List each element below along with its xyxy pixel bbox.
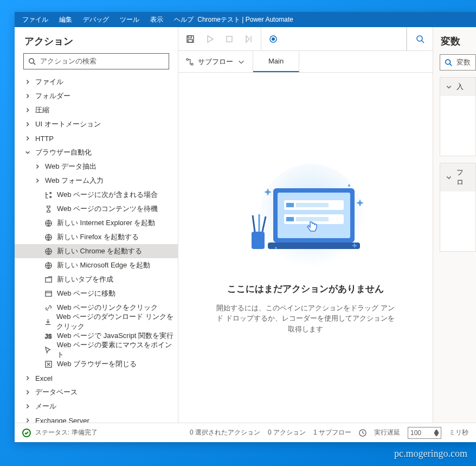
- tree-item-label: フォルダー: [35, 91, 70, 101]
- globe-icon: [44, 233, 53, 241]
- tab-icon: [44, 275, 53, 284]
- empty-title: ここにはまだアクションがありません: [227, 283, 384, 295]
- tree-item-label: ブラウザー自動化: [35, 148, 92, 157]
- io-variables-body: [440, 96, 475, 156]
- designer-pane: サブフロー Main: [178, 27, 433, 423]
- save-button[interactable]: [181, 29, 200, 49]
- tree-item[interactable]: Web ページの要素にマウスをポイント: [15, 343, 178, 357]
- actions-search-input[interactable]: アクションの検索: [23, 53, 169, 69]
- tree-item[interactable]: 新しい Internet Explorer を起動: [15, 216, 178, 230]
- chevron-right-icon: [24, 403, 31, 410]
- close-box-icon: [44, 360, 53, 368]
- variables-title: 変数: [440, 35, 476, 54]
- tree-item-label: Web ページの要素にマウスをポイント: [57, 340, 178, 360]
- svg-rect-8: [45, 277, 51, 282]
- tree-item[interactable]: メール: [15, 399, 178, 413]
- status-subflows: 1 サブフロー: [313, 428, 351, 437]
- tree-item[interactable]: 新しい Microsoft Edge を起動: [15, 258, 178, 272]
- svg-rect-34: [296, 203, 329, 207]
- tree-item[interactable]: 新しい Chrome を起動する: [15, 244, 178, 258]
- tree-item[interactable]: Excel: [15, 371, 178, 385]
- step-button[interactable]: [239, 29, 259, 49]
- tree-item[interactable]: 新しいタブを作成: [15, 272, 178, 286]
- run-button[interactable]: [200, 29, 220, 49]
- tree-item-label: Exchange Server: [35, 417, 89, 423]
- svg-point-44: [446, 60, 451, 65]
- menu-debug[interactable]: デバッグ: [78, 13, 114, 27]
- designer-canvas[interactable]: ここにはまだアクションがありません 開始するには、このペインにアクションをドラッ…: [178, 73, 433, 423]
- svg-marker-20: [246, 36, 249, 42]
- subflow-tabbar: サブフロー Main: [178, 51, 433, 73]
- svg-rect-38: [252, 232, 265, 249]
- tree-item[interactable]: Web フォーム入力: [15, 174, 178, 188]
- svg-rect-36: [286, 217, 294, 221]
- tab-main[interactable]: Main: [253, 51, 299, 72]
- svg-line-25: [422, 41, 424, 43]
- tree-item[interactable]: Web ページに移動: [15, 286, 178, 301]
- svg-line-1: [34, 63, 36, 65]
- search-icon: [445, 59, 452, 66]
- status-selected: 0 選択されたアクション: [190, 428, 260, 437]
- status-bar: ステータス: 準備完了 0 選択されたアクション 0 アクション 1 サブフロー…: [15, 423, 476, 442]
- actions-tree[interactable]: ファイルフォルダー圧縮UI オートメーションHTTPブラウザー自動化Web デー…: [15, 75, 178, 423]
- menu-help[interactable]: ヘルプ: [169, 13, 199, 27]
- menu-file[interactable]: ファイル: [17, 13, 54, 27]
- tree-item[interactable]: データベース: [15, 385, 178, 399]
- svg-marker-49: [434, 433, 439, 436]
- io-variables-header[interactable]: 入: [440, 78, 475, 96]
- tree-item[interactable]: 圧縮: [15, 103, 178, 117]
- subflow-dropdown[interactable]: サブフロー: [178, 51, 253, 72]
- tree-item-label: Web ブラウザーを閉じる: [57, 359, 137, 369]
- tree-item-label: 新しい Chrome を起動する: [57, 246, 142, 256]
- svg-marker-18: [208, 36, 213, 42]
- body: アクション アクションの検索 ファイルフォルダー圧縮UI オートメーションHTT…: [15, 27, 476, 423]
- globe-icon: [44, 261, 53, 270]
- chevron-right-icon: [34, 163, 41, 170]
- globe-icon: [44, 219, 53, 227]
- tree-item[interactable]: フォルダー: [15, 89, 178, 103]
- tree-item-label: Web ページのダウンロード リンクをクリック: [56, 312, 178, 331]
- tree-item-label: 新しい Firefox を起動する: [57, 232, 139, 242]
- stop-button[interactable]: [220, 29, 239, 49]
- tree-item-label: 圧縮: [35, 105, 49, 115]
- clock-icon: [359, 429, 366, 437]
- tree-item[interactable]: Exchange Server: [15, 413, 178, 423]
- designer-search-button[interactable]: [407, 27, 433, 50]
- delay-unit: ミリ秒: [449, 428, 468, 437]
- variables-search-input[interactable]: 変数: [440, 54, 476, 71]
- flow-variables-header[interactable]: フロ: [440, 163, 475, 191]
- tree-item[interactable]: Web ページのダウンロード リンクをクリック: [15, 315, 178, 329]
- spin-down-icon[interactable]: [434, 433, 439, 436]
- tree-item[interactable]: Web ページに次が含まれる場合: [15, 188, 178, 202]
- svg-rect-16: [188, 36, 191, 38]
- tree-item-label: Web ページのコンテンツを待機: [57, 204, 158, 214]
- tree-item[interactable]: Web ページのコンテンツを待機: [15, 202, 178, 216]
- tree-item-label: データベース: [35, 387, 78, 397]
- tree-item-label: HTTP: [35, 135, 54, 143]
- delay-input[interactable]: 100: [408, 427, 441, 439]
- tree-item[interactable]: ブラウザー自動化: [15, 145, 178, 159]
- js-icon: JS: [44, 331, 53, 340]
- empty-illustration: [235, 161, 376, 270]
- tree-item[interactable]: UI オートメーション: [15, 117, 178, 131]
- svg-line-45: [450, 64, 452, 66]
- svg-rect-33: [286, 203, 294, 207]
- tree-item[interactable]: ファイル: [15, 75, 178, 89]
- window-icon: [44, 289, 53, 298]
- record-button[interactable]: [263, 29, 283, 49]
- menu-view[interactable]: 表示: [145, 13, 169, 27]
- svg-line-39: [253, 215, 255, 232]
- designer-toolbar: [178, 27, 433, 51]
- tree-item[interactable]: 新しい Firefox を起動する: [15, 230, 178, 244]
- svg-point-27: [191, 63, 194, 65]
- svg-point-43: [348, 184, 350, 187]
- tree-item[interactable]: HTTP: [15, 131, 178, 145]
- menu-tools[interactable]: ツール: [114, 13, 145, 27]
- svg-point-26: [186, 58, 189, 60]
- svg-rect-37: [296, 217, 329, 221]
- tree-item-label: Web フォーム入力: [45, 176, 104, 186]
- menubar: ファイル 編集 デバッグ ツール 表示 ヘルプ: [15, 13, 199, 27]
- menu-edit[interactable]: 編集: [54, 13, 78, 27]
- tree-item-label: Web ページに移動: [57, 289, 115, 298]
- tree-item[interactable]: Web データ抽出: [15, 159, 178, 174]
